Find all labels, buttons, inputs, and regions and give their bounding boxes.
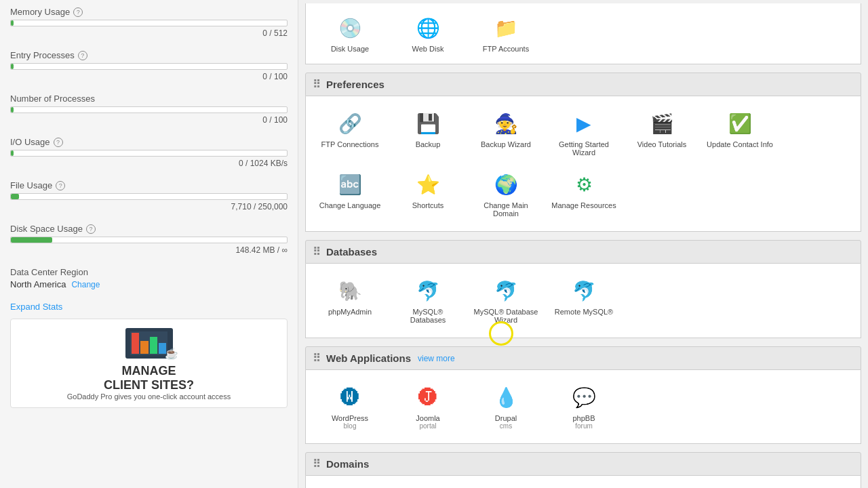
progress-fill-entry-processes (11, 64, 14, 69)
pref-item-manage-resources[interactable]: ⚙ Manage Resources (547, 165, 621, 223)
wa-item-phpbb[interactable]: 💬 phpBB forum (547, 378, 621, 435)
icon-remote-mysql: 🐬 (570, 277, 597, 304)
progress-bg-file-usage (10, 193, 288, 200)
sublabel-wordpress: blog (344, 422, 357, 430)
databases-dots-icon: ⠿ (313, 245, 321, 258)
sublabel-phpbb: forum (575, 422, 593, 430)
pref-item-change-language[interactable]: 🔤 Change Language (313, 165, 387, 223)
progress-fill-number-of-processes (11, 107, 14, 113)
icon-change-language: 🔤 (336, 171, 363, 198)
web-applications-title: Web Applications (326, 352, 411, 364)
region-name: North America (10, 279, 66, 289)
region-block: Data Center Region North America Change (10, 267, 288, 289)
label-mysql-database-wizard: MySQL® Database Wizard (472, 308, 540, 324)
pref-item-change-main-domain[interactable]: 🌍 Change Main Domain (469, 165, 543, 223)
domains-header: ⠿ Domains (305, 452, 861, 476)
promo-bar-3 (150, 337, 157, 354)
web-applications-header: ⠿ Web Applications view more (305, 346, 861, 370)
pref-item-shortcuts[interactable]: ⭐ Shortcuts (391, 165, 465, 223)
expand-stats-link[interactable]: Expand Stats (10, 302, 288, 312)
icon-change-main-domain: 🌍 (492, 171, 519, 198)
stat-label-entry-processes: Entry Processes ? (10, 50, 288, 60)
domains-body: ➕ Addon Domains 🔵 Subdomains 🔮 Aliases (305, 476, 861, 488)
label-shortcuts: Shortcuts (412, 201, 443, 209)
label-getting-started-wizard: Getting Started Wizard (550, 140, 618, 157)
stat-label-number-of-processes: Number of Processes (10, 94, 288, 104)
stat-entry-processes: Entry Processes ? 0 / 100 (10, 50, 288, 81)
db-item-remote-mysql[interactable]: 🐬 Remote MySQL® (547, 272, 621, 329)
domain-item-subdomains[interactable]: 🔵 Subdomains (391, 484, 465, 488)
stat-io-usage: I/O Usage ? 0 / 1024 KB/s (10, 137, 288, 168)
icon-ftp-connections: 🔗 (336, 110, 363, 137)
pref-item-update-contact-info[interactable]: ✅ Update Contact Info (703, 104, 777, 162)
stat-label-disk-space-usage: Disk Space Usage ? (10, 224, 288, 234)
main-content: 💿 Disk Usage 🌐 Web Disk 📁 FTP Accounts ⠿… (298, 0, 868, 488)
region-label: Data Center Region (10, 267, 288, 277)
info-icon-disk-space-usage[interactable]: ? (86, 224, 96, 234)
databases-body: 🐘 phpMyAdmin 🐬 MySQL® Databases 🐬 MySQL®… (305, 264, 861, 338)
domain-item-addon-domains[interactable]: ➕ Addon Domains (313, 484, 387, 488)
domain-item-aliases[interactable]: 🔮 Aliases (469, 484, 543, 488)
progress-fill-memory-usage (11, 20, 14, 26)
label-change-language: Change Language (319, 201, 381, 209)
pref-item-getting-started-wizard[interactable]: ▶ Getting Started Wizard (547, 104, 621, 162)
label-disk-usage: Disk Usage (331, 45, 369, 53)
region-value: North America Change (10, 279, 288, 289)
domains-dots-icon: ⠿ (313, 458, 321, 470)
promo-title2: CLIENT SITES? (18, 378, 280, 392)
progress-bg-io-usage (10, 150, 288, 157)
domains-section: ⠿ Domains ➕ Addon Domains 🔵 Subdomains 🔮… (305, 452, 861, 488)
db-item-mysql-database-wizard[interactable]: 🐬 MySQL® Database Wizard (469, 272, 543, 329)
stat-label-io-usage: I/O Usage ? (10, 137, 288, 147)
label-ftp-connections: FTP Connections (321, 140, 379, 148)
top-items: 💿 Disk Usage 🌐 Web Disk 📁 FTP Accounts (305, 3, 861, 64)
label-mysql-databases: MySQL® Databases (394, 308, 462, 324)
label-backup: Backup (416, 140, 441, 148)
preferences-title: Preferences (326, 79, 384, 90)
stat-disk-space-usage: Disk Space Usage ? 148.42 MB / ∞ (10, 224, 288, 255)
pref-item-backup-wizard[interactable]: 🧙 Backup Wizard (469, 104, 543, 162)
icon-joomla: 🅙 (414, 384, 441, 411)
view-more-link[interactable]: view more (418, 354, 455, 363)
stat-value-file-usage: 7,710 / 250,000 (10, 202, 288, 211)
top-item-disk-usage[interactable]: 💿 Disk Usage (313, 9, 387, 58)
preferences-body: 🔗 FTP Connections 💾 Backup 🧙 Backup Wiza… (305, 96, 861, 232)
icon-mysql-databases: 🐬 (414, 277, 441, 304)
top-item-ftp-accounts[interactable]: 📁 FTP Accounts (469, 9, 543, 58)
top-section: 💿 Disk Usage 🌐 Web Disk 📁 FTP Accounts (305, 3, 861, 64)
label-phpbb: phpBB (572, 414, 595, 422)
info-icon-entry-processes[interactable]: ? (78, 51, 87, 60)
info-icon-file-usage[interactable]: ? (56, 181, 65, 190)
db-item-phpmyadmin[interactable]: 🐘 phpMyAdmin (313, 272, 387, 329)
icon-manage-resources: ⚙ (570, 171, 597, 198)
icon-mysql-database-wizard: 🐬 (492, 277, 519, 304)
label-wordpress: WordPress (332, 414, 368, 422)
progress-fill-disk-space-usage (11, 237, 52, 243)
label-drupal: Drupal (495, 414, 517, 422)
icon-phpmyadmin: 🐘 (336, 277, 363, 304)
promo-bar-1 (132, 333, 139, 354)
promo-subtitle: GoDaddy Pro gives you one-click account … (18, 392, 280, 401)
wa-item-drupal[interactable]: 💧 Drupal cms (469, 378, 543, 435)
preferences-dots-icon: ⠿ (313, 78, 321, 91)
progress-bg-disk-space-usage (10, 237, 288, 243)
icon-drupal: 💧 (492, 384, 519, 411)
progress-bg-number-of-processes (10, 106, 288, 113)
databases-section: ⠿ Databases 🐘 phpMyAdmin 🐬 MySQL® Databa… (305, 240, 861, 338)
info-icon-memory-usage[interactable]: ? (73, 7, 83, 17)
pref-item-video-tutorials[interactable]: 🎬 Video Tutorials (625, 104, 699, 162)
progress-bg-memory-usage (10, 20, 288, 26)
wa-item-wordpress[interactable]: 🅦 WordPress blog (313, 378, 387, 435)
wa-item-joomla[interactable]: 🅙 Joomla portal (391, 378, 465, 435)
stat-value-memory-usage: 0 / 512 (10, 28, 288, 38)
pref-item-ftp-connections[interactable]: 🔗 FTP Connections (313, 104, 387, 162)
pref-item-backup[interactable]: 💾 Backup (391, 104, 465, 162)
icon-web-disk: 🌐 (414, 14, 441, 41)
region-change-link[interactable]: Change (71, 280, 100, 289)
preferences-header: ⠿ Preferences (305, 73, 861, 96)
stat-label-file-usage: File Usage ? (10, 180, 288, 190)
top-item-web-disk[interactable]: 🌐 Web Disk (391, 9, 465, 58)
label-video-tutorials: Video Tutorials (637, 140, 687, 148)
db-item-mysql-databases[interactable]: 🐬 MySQL® Databases (391, 272, 465, 329)
info-icon-io-usage[interactable]: ? (54, 138, 63, 147)
